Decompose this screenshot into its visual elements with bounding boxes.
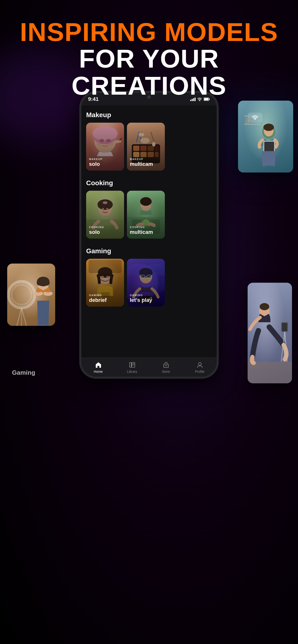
gaming-section-title: Gaming [86, 247, 212, 255]
svg-rect-29 [282, 323, 287, 331]
phone-frame: 9:41 [79, 91, 219, 378]
svg-point-13 [12, 284, 32, 305]
float-card-creator [7, 264, 55, 326]
card-gaming-letsplay[interactable]: GAMING let's play [127, 259, 165, 307]
svg-rect-99 [129, 362, 131, 367]
svg-line-14 [17, 308, 22, 326]
makeup-section: Makeup [81, 106, 217, 174]
hero-section: INSPIRING MODELS FOR YOUR CREATIONS [0, 19, 298, 100]
card-makeup-solo-label: MAKEUP solo [86, 155, 124, 170]
card-gaming-debrief[interactable]: GAMING debrief [86, 259, 124, 307]
card-cooking-multicam[interactable]: COOKING multicam [127, 191, 165, 238]
card-gaming-debrief-name: debrief [89, 297, 121, 303]
float-card-fitness-bg [248, 283, 292, 383]
profile-icon [196, 361, 204, 369]
card-gaming-letsplay-label: GAMING let's play [127, 291, 165, 307]
card-makeup-solo[interactable]: MAKEUP solo [86, 123, 124, 170]
nav-label-library: Library [127, 370, 137, 374]
phone-screen[interactable]: Makeup [81, 106, 217, 358]
card-cooking-solo-category: COOKING [89, 226, 121, 228]
svg-rect-3 [245, 118, 247, 124]
wifi-badge [248, 112, 262, 123]
svg-point-34 [199, 100, 200, 101]
svg-point-11 [255, 119, 255, 120]
card-cooking-solo[interactable]: COOKING solo [86, 191, 124, 238]
gaming-cards-row: GAMING debrief [86, 259, 212, 307]
svg-point-24 [262, 303, 267, 308]
nav-label-store: Store [162, 370, 170, 374]
nav-item-store[interactable]: Store [149, 361, 183, 374]
card-makeup-solo-category: MAKEUP [89, 158, 121, 160]
cooking-section-title: Cooking [86, 179, 212, 187]
home-icon [95, 361, 102, 369]
makeup-section-title: Makeup [86, 111, 212, 119]
float-card-tech [238, 100, 293, 172]
card-makeup-multicam-name: multicam [130, 161, 162, 167]
svg-line-15 [22, 308, 26, 326]
nav-label-profile: Profile [195, 370, 205, 374]
svg-point-105 [198, 362, 201, 365]
float-card-fitness [248, 283, 292, 383]
nav-item-home[interactable]: Home [81, 361, 115, 374]
bottom-nav: Home Library St [81, 358, 217, 376]
card-makeup-multicam[interactable]: MAKEUP multicam [127, 123, 165, 170]
svg-point-20 [44, 280, 50, 286]
card-makeup-solo-name: solo [89, 161, 121, 167]
nav-label-home: Home [94, 370, 103, 374]
svg-point-19 [37, 280, 43, 286]
library-icon [128, 361, 136, 369]
card-gaming-debrief-label: GAMING debrief [86, 291, 124, 307]
card-gaming-debrief-category: GAMING [89, 294, 121, 296]
card-makeup-multicam-label: MAKEUP multicam [127, 155, 165, 170]
float-card-creator-bg [7, 264, 55, 326]
card-cooking-multicam-label: COOKING multicam [127, 223, 165, 238]
card-makeup-multicam-category: MAKEUP [130, 158, 162, 160]
card-cooking-multicam-category: COOKING [130, 226, 162, 228]
hero-line-1: INSPIRING MODELS [0, 19, 298, 45]
card-cooking-solo-name: solo [89, 229, 121, 235]
nav-item-profile[interactable]: Profile [183, 361, 217, 374]
card-gaming-letsplay-name: let's play [130, 297, 162, 303]
card-cooking-multicam-name: multicam [130, 229, 162, 235]
float-card-tech-bg [238, 100, 293, 172]
cooking-section: Cooking [81, 174, 217, 242]
hero-line-2: FOR YOUR CREATIONS [0, 45, 298, 100]
nav-item-library[interactable]: Library [115, 361, 149, 374]
svg-point-8 [263, 124, 274, 131]
svg-rect-2 [244, 124, 261, 125]
makeup-cards-row: MAKEUP solo [86, 123, 212, 170]
card-cooking-solo-label: COOKING solo [86, 223, 124, 238]
gaming-section: Gaming [81, 242, 217, 310]
cooking-cards-row: COOKING solo [86, 191, 212, 238]
store-icon [162, 361, 170, 369]
card-gaming-letsplay-category: GAMING [130, 294, 162, 296]
gaming-overlay-label: Gaming [12, 369, 35, 376]
